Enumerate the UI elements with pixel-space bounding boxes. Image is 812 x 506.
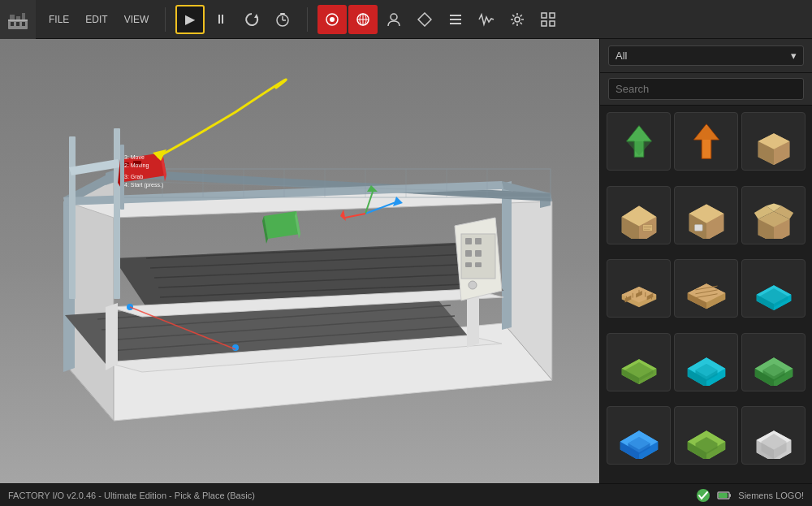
search-input[interactable] xyxy=(608,78,804,100)
tray-blue-icon xyxy=(615,412,663,459)
svg-text:3: Grab: 3: Grab xyxy=(124,174,143,179)
panel-filter-header: All ▾ xyxy=(600,39,812,73)
svg-rect-27 xyxy=(542,21,546,26)
menu-edit[interactable]: EDIT xyxy=(79,11,114,28)
green-arrow-down-icon xyxy=(615,118,663,165)
svg-point-14 xyxy=(330,17,335,22)
geometry-button[interactable] xyxy=(410,5,439,34)
tray-cyan2-icon xyxy=(683,339,730,386)
toolbar-sep-1 xyxy=(165,7,166,32)
item-tray-blue[interactable] xyxy=(607,406,671,465)
toolbar-right-controls xyxy=(311,5,569,34)
item-cardboard-box-open[interactable] xyxy=(741,186,806,244)
3d-viewport[interactable]: 3: Move 2: Moving 3: Grab 4: Start (pres… xyxy=(0,39,599,483)
dropdown-value: All xyxy=(615,50,627,62)
item-cardboard-box-small[interactable] xyxy=(741,112,806,171)
svg-point-94 xyxy=(232,344,239,351)
connected-checkmark-icon xyxy=(696,488,710,503)
timer-icon xyxy=(275,12,290,27)
svg-rect-99 xyxy=(475,238,482,244)
network-icon xyxy=(356,12,370,27)
cardboard-box-large-icon xyxy=(615,192,663,239)
list-icon xyxy=(448,12,463,27)
item-orange-up-arrow[interactable] xyxy=(674,112,738,171)
svg-rect-72 xyxy=(114,128,120,299)
reset-button[interactable] xyxy=(237,5,266,34)
svg-rect-128 xyxy=(694,224,702,231)
svg-marker-69 xyxy=(106,303,118,370)
gear-icon xyxy=(510,12,525,27)
svg-text:4: Start (press.): 4: Start (press.) xyxy=(124,182,163,188)
apps-icon xyxy=(541,12,555,27)
svg-text:3: Move: 3: Move xyxy=(124,154,145,160)
svg-rect-25 xyxy=(542,13,546,18)
svg-rect-193 xyxy=(719,493,728,498)
timer-button[interactable] xyxy=(268,5,297,34)
cardboard-box-small-icon xyxy=(750,118,797,165)
item-wooden-pallet[interactable] xyxy=(607,259,671,318)
tray-cyan-icon xyxy=(750,265,797,312)
item-container-white[interactable] xyxy=(741,406,806,465)
svg-rect-98 xyxy=(465,238,472,244)
sensors-button[interactable] xyxy=(317,5,347,34)
toolbar-controls: ▶ ⏸ xyxy=(169,5,304,34)
svg-text:2: Moving: 2: Moving xyxy=(124,162,149,169)
app-logo xyxy=(0,0,36,39)
item-tray-green-1[interactable] xyxy=(607,333,671,391)
user-icon xyxy=(387,12,401,27)
pause-button[interactable]: ⏸ xyxy=(206,5,235,34)
svg-rect-12 xyxy=(280,13,285,15)
svg-rect-103 xyxy=(475,262,482,267)
panel-search-area xyxy=(600,73,812,106)
play-button[interactable]: ▶ xyxy=(175,5,205,34)
item-tray-cyan[interactable] xyxy=(741,259,806,318)
menu-bar: FILE EDIT VIEW xyxy=(36,11,162,28)
svg-rect-28 xyxy=(550,21,555,26)
svg-rect-102 xyxy=(465,262,472,267)
toolbar: FILE EDIT VIEW ▶ ⏸ xyxy=(0,0,812,39)
network-button[interactable] xyxy=(348,5,378,34)
svg-rect-7 xyxy=(22,22,25,26)
signal-icon xyxy=(478,12,495,27)
svg-marker-84 xyxy=(264,211,300,239)
status-right-text: Siemens LOGO! xyxy=(738,491,804,500)
svg-rect-5 xyxy=(11,22,14,26)
item-tray-cyan-2[interactable] xyxy=(674,333,738,391)
svg-rect-192 xyxy=(729,494,731,497)
toolbar-sep-2 xyxy=(307,7,308,32)
svg-rect-100 xyxy=(465,250,472,257)
items-grid xyxy=(600,106,812,483)
signal-button[interactable] xyxy=(472,5,501,34)
right-panel: All ▾ xyxy=(599,39,812,483)
item-cardboard-box-large[interactable] xyxy=(607,186,671,244)
sensor-icon xyxy=(325,12,339,27)
wooden-pallet-icon xyxy=(615,265,663,312)
svg-marker-8 xyxy=(254,14,258,18)
battery-icon xyxy=(717,488,732,503)
svg-marker-108 xyxy=(626,141,651,155)
item-tray-green-3[interactable] xyxy=(674,406,738,465)
statusbar: FACTORY I/O v2.0.46 - Ultimate Edition -… xyxy=(0,483,812,506)
category-dropdown[interactable]: All ▾ xyxy=(608,45,804,66)
user-button[interactable] xyxy=(379,5,408,34)
menu-file[interactable]: FILE xyxy=(42,11,76,28)
factory-icon xyxy=(6,8,29,31)
svg-rect-4 xyxy=(8,19,28,21)
geometry-icon xyxy=(417,12,432,27)
item-flat-pallet[interactable] xyxy=(674,259,738,318)
item-cardboard-box-label[interactable] xyxy=(674,186,738,244)
menu-view[interactable]: VIEW xyxy=(118,11,156,28)
container-white-icon xyxy=(750,412,797,459)
apps-button[interactable] xyxy=(533,5,563,34)
scene-background: 3: Move 2: Moving 3: Grab 4: Start (pres… xyxy=(0,39,599,483)
svg-marker-20 xyxy=(418,13,431,26)
svg-marker-39 xyxy=(502,181,512,330)
cardboard-box-label-icon xyxy=(683,192,730,239)
item-tray-green-2[interactable] xyxy=(741,333,806,391)
item-green-down-arrow[interactable] xyxy=(607,112,671,171)
factory-scene: 3: Move 2: Moving 3: Grab 4: Start (pres… xyxy=(0,39,599,483)
svg-point-104 xyxy=(469,281,477,289)
list-button[interactable] xyxy=(441,5,470,34)
settings-button[interactable] xyxy=(503,5,532,34)
tray-green2-icon xyxy=(750,339,797,386)
